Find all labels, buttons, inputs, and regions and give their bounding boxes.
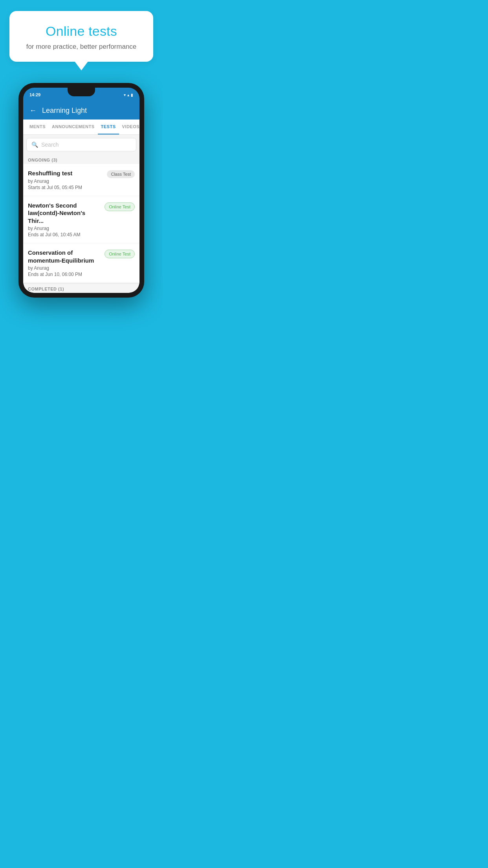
list-item[interactable]: Reshuffling test by Anurag Starts at Jul… <box>23 164 139 196</box>
list-item[interactable]: Conservation of momentum-Equilibrium by … <box>23 243 139 283</box>
battery-icon: ▮ <box>131 93 133 97</box>
speech-bubble: Online tests for more practice, better p… <box>9 11 153 62</box>
test-date: Ends at Jun 10, 06:00 PM <box>28 272 101 277</box>
tabs-bar: MENTS ANNOUNCEMENTS TESTS VIDEOS <box>23 120 139 135</box>
test-date: Ends at Jul 06, 10:45 AM <box>28 232 101 237</box>
test-info: Newton's Second law(contd)-Newton's Thir… <box>28 202 105 238</box>
test-by: by Anurag <box>28 178 103 184</box>
tab-tests[interactable]: TESTS <box>98 120 119 134</box>
tab-ments[interactable]: MENTS <box>26 120 49 134</box>
search-bar[interactable]: 🔍 Search <box>26 138 136 151</box>
phone-frame: 14:29 ▾ ▴ ▮ ← Learning Light MENTS ANNOU… <box>18 83 144 298</box>
bubble-subtitle: for more practice, better performance <box>20 43 142 51</box>
test-badge-online-2: Online Test <box>105 250 135 258</box>
tab-announcements[interactable]: ANNOUNCEMENTS <box>49 120 98 134</box>
test-by: by Anurag <box>28 226 101 231</box>
test-name: Reshuffling test <box>28 169 103 177</box>
tab-videos[interactable]: VIDEOS <box>119 120 139 134</box>
back-button[interactable]: ← <box>29 107 37 115</box>
phone-content: 🔍 Search ONGOING (3) Reshuffling test by… <box>23 135 139 293</box>
test-badge-online: Online Test <box>105 202 135 211</box>
status-time: 14:29 <box>29 92 40 97</box>
signal-icon: ▴ <box>127 93 129 97</box>
status-bar: 14:29 ▾ ▴ ▮ <box>23 88 139 102</box>
search-icon: 🔍 <box>31 142 38 148</box>
app-title: Learning Light <box>42 107 87 115</box>
test-info: Reshuffling test by Anurag Starts at Jul… <box>28 169 107 190</box>
bubble-title: Online tests <box>20 24 142 39</box>
test-date: Starts at Jul 05, 05:45 PM <box>28 185 103 190</box>
test-by: by Anurag <box>28 265 101 271</box>
wifi-icon: ▾ <box>124 93 126 97</box>
test-badge-class: Class Test <box>107 170 135 178</box>
search-input[interactable]: Search <box>41 142 59 148</box>
app-bar: ← Learning Light <box>23 102 139 120</box>
status-icons: ▾ ▴ ▮ <box>124 93 133 97</box>
completed-section-header: COMPLETED (1) <box>23 283 139 293</box>
test-name: Conservation of momentum-Equilibrium <box>28 249 101 264</box>
phone-notch <box>68 88 95 96</box>
list-item[interactable]: Newton's Second law(contd)-Newton's Thir… <box>23 196 139 244</box>
test-name: Newton's Second law(contd)-Newton's Thir… <box>28 202 101 225</box>
speech-bubble-section: Online tests for more practice, better p… <box>0 0 163 62</box>
ongoing-section-header: ONGOING (3) <box>23 154 139 164</box>
test-info: Conservation of momentum-Equilibrium by … <box>28 249 105 277</box>
test-list: Reshuffling test by Anurag Starts at Jul… <box>23 164 139 283</box>
